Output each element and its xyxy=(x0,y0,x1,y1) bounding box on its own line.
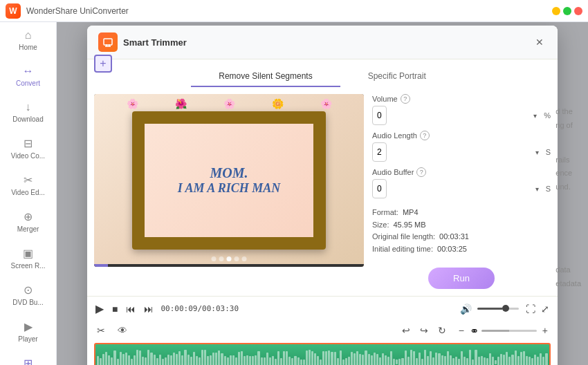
waveform-bar-segment xyxy=(475,350,477,365)
waveform-bar-segment xyxy=(159,355,161,365)
app-title: WonderShare UniConverter xyxy=(26,6,552,16)
waveform-bar-segment xyxy=(204,350,206,365)
waveform-bar-segment xyxy=(371,355,373,365)
waveform-bar-segment xyxy=(387,357,389,365)
waveform-bar-segment xyxy=(435,353,437,365)
initial-editing-row: Initial editing time: 00:03:25 xyxy=(372,243,551,256)
audio-buffer-select[interactable]: 0 xyxy=(372,179,387,198)
sidebar-item-home[interactable]: ⌂ Home xyxy=(0,22,56,58)
modal-close-button[interactable]: ✕ xyxy=(533,35,546,49)
prev-button[interactable]: ⏮ xyxy=(125,302,137,316)
zoom-out-button[interactable]: − xyxy=(456,324,467,337)
stop-button[interactable]: ■ xyxy=(111,302,119,316)
play-button[interactable]: ▶ xyxy=(94,301,105,317)
expand-button[interactable]: ⤢ xyxy=(540,302,551,316)
minimize-button[interactable] xyxy=(552,7,560,15)
waveform-bar-segment xyxy=(314,353,316,365)
merger-icon: ⊕ xyxy=(24,210,33,223)
waveform-bar-segment xyxy=(178,351,181,365)
volume-label-text: Volume xyxy=(372,95,398,103)
waveform-bar-segment xyxy=(181,355,183,365)
waveform-bar-segment xyxy=(269,357,271,365)
sidebar-item-toolbox[interactable]: ⊞ Toolbox xyxy=(0,350,56,365)
waveform-bar-segment xyxy=(227,357,229,365)
transport-bar: ▶ ■ ⏮ ⏭ 00:00:09/00:03:30 🔊 ⛶ ⤢ xyxy=(87,296,558,321)
waveform-bar-segment xyxy=(486,358,488,365)
redo2-button[interactable]: ↻ xyxy=(435,324,449,337)
cut-tool-button[interactable]: ✂ xyxy=(94,324,108,337)
redo-button[interactable]: ↪ xyxy=(417,324,431,337)
waveform-bar-segment xyxy=(393,359,395,365)
audio-buffer-label-text: Audio Buffer xyxy=(372,168,414,176)
volume-info-icon[interactable]: ? xyxy=(401,94,410,104)
waveform-bar-segment xyxy=(455,357,457,365)
waveform-bar-segment xyxy=(173,353,175,365)
waveform-bar-segment xyxy=(255,355,257,365)
audio-buffer-select-wrapper: 0 xyxy=(372,179,543,198)
waveform-bar-segment xyxy=(224,356,226,365)
undo-button[interactable]: ↩ xyxy=(399,324,413,337)
fullscreen-button[interactable]: ⛶ xyxy=(524,302,537,316)
waveform-bar-segment xyxy=(122,354,125,365)
close-button[interactable] xyxy=(574,7,582,15)
audio-length-unit: S xyxy=(546,148,551,156)
sidebar-item-player[interactable]: ▶ Player xyxy=(0,313,56,350)
waveform-bar-segment xyxy=(210,355,212,365)
waveform-bar-segment xyxy=(306,350,308,365)
waveform-bar-segment xyxy=(542,357,544,365)
waveform-bar-segment xyxy=(283,351,285,365)
waveform-bar-segment xyxy=(534,355,536,365)
waveform-bar-segment xyxy=(337,358,339,365)
download-icon: ↓ xyxy=(26,101,31,113)
waveform-bar-segment xyxy=(413,351,415,365)
zoom-slider[interactable] xyxy=(481,330,537,332)
waveform-bar-segment xyxy=(356,351,358,365)
next-button[interactable]: ⏭ xyxy=(143,302,155,316)
waveform-bar-segment xyxy=(348,357,350,365)
format-value: MP4 xyxy=(403,207,419,219)
sidebar-item-convert[interactable]: ↔ Convert xyxy=(0,58,56,94)
sidebar-item-dvd-burn[interactable]: ⊙ DVD Bu... xyxy=(0,277,56,313)
waveform-bar-segment xyxy=(340,350,342,365)
zoom-link-icon: ⚭ xyxy=(470,324,479,337)
audio-buffer-info-icon[interactable]: ? xyxy=(416,167,426,177)
waveform-bar-segment xyxy=(376,354,378,365)
time-display: 00:00:09/00:03:30 xyxy=(160,304,239,313)
run-button[interactable]: Run xyxy=(428,268,495,289)
sidebar-item-merger[interactable]: ⊕ Merger xyxy=(0,203,56,240)
size-label: Size: xyxy=(372,219,389,232)
waveform-bar-segment xyxy=(503,355,505,365)
volume-select[interactable]: 0 xyxy=(372,106,387,125)
tab-remove-silent[interactable]: Remove Silent Segments xyxy=(191,66,340,87)
eye-tool-button[interactable]: 👁 xyxy=(115,324,130,337)
sidebar-item-video-edit[interactable]: ✂ Video Ed... xyxy=(0,167,56,203)
audio-length-select[interactable]: 2 xyxy=(372,142,387,162)
audio-length-info-icon[interactable]: ? xyxy=(420,131,430,140)
waveform-track[interactable] xyxy=(94,343,551,365)
waveform-bar-segment xyxy=(325,351,327,365)
waveform-bar-segment xyxy=(303,359,305,365)
sidebar-item-video-compress[interactable]: ⊟ Video Co... xyxy=(0,130,56,167)
audio-buffer-group: Audio Buffer ? 0 S xyxy=(372,167,551,198)
dot-2 xyxy=(219,256,224,261)
volume-slider[interactable] xyxy=(477,308,519,310)
add-file-button[interactable]: + xyxy=(94,55,112,73)
waveform-bar-segment xyxy=(379,357,381,365)
zoom-in-button[interactable]: + xyxy=(540,324,551,337)
waveform-bar-segment xyxy=(430,351,432,365)
waveform-bar-segment xyxy=(419,353,421,365)
waveform-bar-segment xyxy=(187,355,190,365)
waveform-bar-segment xyxy=(489,353,491,365)
volume-unit: % xyxy=(544,111,551,120)
waveform-bars xyxy=(95,344,549,365)
waveform-bar-segment xyxy=(481,356,483,365)
video-preview: 🌸🌺🌸🌼🌸 MOM. I AM A RICH MAN xyxy=(94,94,364,267)
waveform-bar-segment xyxy=(218,350,220,365)
size-value: 45.95 MB xyxy=(393,219,425,232)
waveform-bar-segment xyxy=(136,350,138,365)
maximize-button[interactable] xyxy=(563,7,571,15)
waveform-bar-segment xyxy=(117,359,119,365)
sidebar-item-download[interactable]: ↓ Download xyxy=(0,94,56,130)
sidebar-item-screen-rec[interactable]: ▣ Screen R... xyxy=(0,240,56,277)
tab-specific-portrait[interactable]: Specific Portrait xyxy=(340,66,454,87)
